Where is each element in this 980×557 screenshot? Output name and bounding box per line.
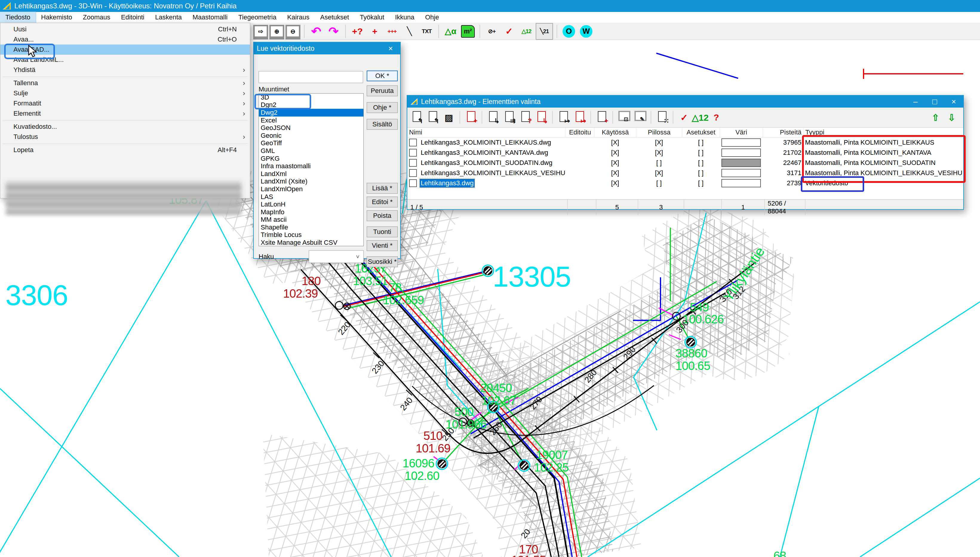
save-element-icon[interactable]: ↳ — [486, 109, 500, 125]
cell-asetukset[interactable]: [ ] — [682, 137, 720, 148]
cell-editoitu[interactable] — [566, 168, 594, 178]
minimize-icon[interactable]: – — [906, 96, 925, 107]
dialog-button[interactable]: Tuonti — [367, 226, 398, 237]
triangle-count-icon[interactable]: △12 — [693, 109, 707, 125]
dialog-button[interactable]: Poista — [367, 210, 398, 221]
converter-list-item[interactable]: Excel — [259, 117, 363, 124]
file-menu-item[interactable]: Uusi Ctrl+N — [0, 24, 250, 34]
cell-editoitu[interactable] — [566, 148, 594, 158]
help-icon[interactable]: ? — [709, 109, 723, 125]
color-swatch[interactable] — [721, 159, 761, 167]
filename-input[interactable] — [259, 71, 363, 83]
save-query-icon[interactable]: ? — [518, 109, 532, 125]
cell-piilossa[interactable]: [ ] — [636, 158, 682, 168]
dialog-button[interactable]: Sisältö — [367, 119, 398, 130]
converter-list-item[interactable]: Dwg2 — [259, 109, 363, 117]
edit-view-icon[interactable]: ✎ — [633, 109, 647, 125]
export-red-icon[interactable]: ↦ — [573, 109, 586, 125]
table-header[interactable]: Nimi Editoitu Käytössä Piilossa Asetukse… — [407, 128, 963, 137]
export-icon[interactable]: ↦ — [557, 109, 570, 125]
cell-kaytossa[interactable]: [X] — [594, 158, 636, 168]
converter-list-item[interactable]: LatLonH — [259, 200, 363, 208]
cell-kaytossa[interactable]: [X] — [594, 178, 636, 188]
file-menu-item[interactable]: Avaa... Ctrl+O — [0, 34, 250, 44]
row-checkbox[interactable] — [409, 149, 417, 156]
row-checkbox[interactable] — [409, 169, 417, 177]
cell-editoitu[interactable] — [566, 137, 594, 148]
move-down-icon[interactable]: ⇩ — [945, 109, 959, 125]
converter-list-item[interactable]: MM ascii — [259, 216, 363, 224]
file-menu-item[interactable]: Tallenna › — [0, 78, 250, 88]
file-menu-item[interactable]: Tulostus › — [0, 132, 250, 142]
cell-piilossa[interactable]: [X] — [636, 148, 682, 158]
cell-asetukset[interactable]: [ ] — [682, 148, 720, 158]
converter-list-item[interactable]: Xsite Manage Asbuilt CSV — [259, 239, 363, 246]
fit-view-icon[interactable]: ⊡ — [617, 109, 631, 125]
new-element-icon[interactable]: + — [464, 109, 478, 125]
points-transfer-icon[interactable]: ∷ — [655, 109, 669, 125]
converter-list-item[interactable]: Dgn2 — [259, 101, 363, 109]
cell-piilossa[interactable]: [ ] — [636, 178, 682, 188]
converter-list-item[interactable]: 3D — [259, 93, 363, 101]
row-checkbox[interactable] — [409, 138, 417, 147]
dialog-button[interactable]: Lisää * — [367, 183, 398, 194]
color-swatch[interactable] — [721, 169, 761, 177]
converter-list-item[interactable]: GPKG — [259, 155, 363, 163]
converter-list-item[interactable]: MapInfo — [259, 208, 363, 216]
move-up-icon[interactable]: ⇧ — [929, 109, 943, 125]
color-swatch[interactable] — [721, 138, 761, 147]
converter-list-item[interactable]: GeoTiff — [259, 140, 363, 147]
chevron-down-icon[interactable]: ˅ — [353, 251, 363, 262]
cell-kaytossa[interactable]: [X] — [594, 137, 636, 148]
cell-kaytossa[interactable]: [X] — [594, 168, 636, 178]
dialog-button[interactable]: Peruuta — [367, 85, 398, 96]
table-row[interactable]: Lehtikangas3.dwg [X] [ ] [ ] 2739 Vektor… — [407, 178, 963, 188]
dialog-button[interactable]: Vienti * — [367, 240, 398, 251]
cell-asetukset[interactable]: [ ] — [682, 158, 720, 168]
cell-asetukset[interactable]: [ ] — [682, 168, 720, 178]
dialog-title-bar[interactable]: Lue vektoritiedosto × — [254, 42, 400, 54]
row-checkbox[interactable] — [409, 179, 417, 187]
dialog-button[interactable]: Editoi * — [367, 197, 398, 207]
cell-editoitu[interactable] — [566, 178, 594, 188]
converter-list-item[interactable]: GML — [259, 147, 363, 155]
maximize-icon[interactable]: □ — [925, 96, 944, 107]
search-combobox[interactable]: ˅ — [309, 251, 364, 263]
dialog-button[interactable]: Ohje * — [367, 102, 398, 113]
file-menu-item[interactable]: Elementit › — [0, 109, 250, 119]
cell-piilossa[interactable]: [X] — [636, 137, 682, 148]
dialog-title-bar[interactable]: Lehtikangas3.dwg - Elementtien valinta –… — [407, 96, 963, 107]
file-menu-item[interactable]: Sulje › — [0, 88, 250, 98]
file-menu-item[interactable]: Kuvatiedosto... — [0, 122, 250, 132]
check-points-icon[interactable]: ✓ — [677, 109, 691, 125]
save-red-icon[interactable]: ↳ — [534, 109, 548, 125]
converter-list-item[interactable]: LandXmlOpen — [259, 185, 363, 193]
converter-list-item[interactable]: Trimble Locus — [259, 231, 363, 239]
converter-list-item[interactable]: Geonic — [259, 132, 363, 140]
converter-list-item[interactable]: LandXml (Xsite) — [259, 178, 363, 186]
close-icon[interactable]: × — [944, 96, 963, 107]
cell-piilossa[interactable]: [X] — [636, 168, 682, 178]
read-mesh-icon[interactable]: ▨ — [442, 109, 456, 125]
color-swatch[interactable] — [721, 148, 761, 157]
table-row[interactable]: Lehtikangas3_KOLMIOINTI_LEIKKAUS.dwg [X]… — [407, 137, 963, 148]
add-pages-icon[interactable]: + — [595, 109, 608, 125]
converter-list-item[interactable]: Infra maastomalli — [259, 162, 363, 170]
file-menu-item[interactable]: Yhdistä › — [0, 65, 250, 75]
table-row[interactable]: Lehtikangas3_KOLMIOINTI_LEIKKAUS_VESIHU.… — [407, 168, 963, 178]
dialog-button[interactable]: OK * — [367, 70, 398, 81]
converter-list-item[interactable]: Shapefile — [259, 223, 363, 231]
converter-list-item[interactable]: LandXml — [259, 170, 363, 178]
color-swatch[interactable] — [721, 179, 761, 187]
file-menu-item[interactable]: Lopeta Alt+F4 — [0, 145, 250, 155]
table-row[interactable]: Lehtikangas3_KOLMIOINTI_SUODATIN.dwg [X]… — [407, 158, 963, 168]
converter-list-item[interactable]: LAS — [259, 193, 363, 201]
cell-asetukset[interactable]: [ ] — [682, 178, 720, 188]
dialog-button[interactable]: Suosikki * — [367, 256, 398, 267]
file-menu-item[interactable]: Formaatit › — [0, 98, 250, 109]
table-row[interactable]: Lehtikangas3_KOLMIOINTI_KANTAVA.dwg [X] … — [407, 148, 963, 158]
converter-list-item[interactable]: GeoJSON — [259, 124, 363, 132]
row-checkbox[interactable] — [409, 159, 417, 167]
read-file-icon[interactable]: ↰ — [410, 109, 423, 125]
close-icon[interactable]: × — [381, 42, 400, 54]
